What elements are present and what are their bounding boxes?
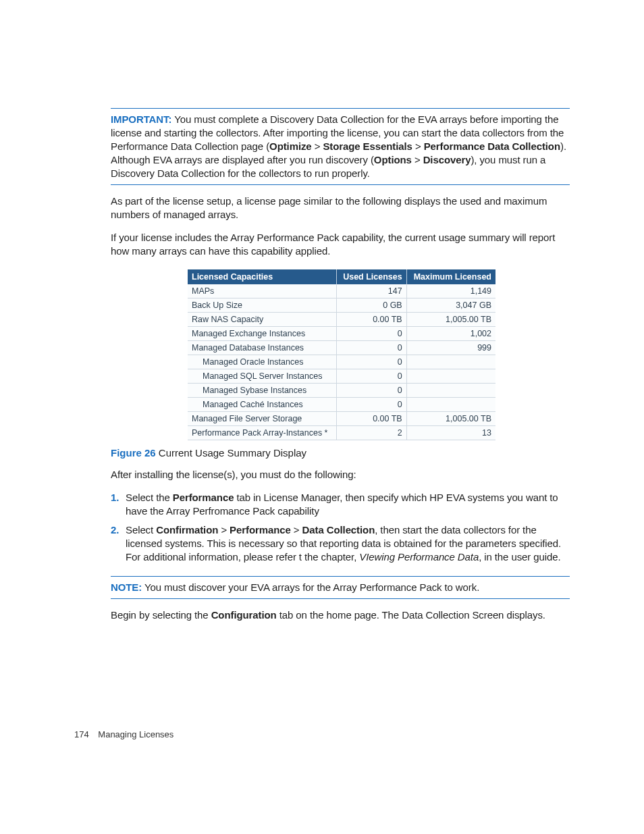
cell: Managed Exchange Instances (188, 327, 337, 341)
table-row: Managed Database Instances0999 (188, 341, 495, 355)
paragraph: After installing the license(s), you mus… (111, 468, 570, 481)
cell: 1,002 (406, 327, 495, 341)
page-footer: 174 Managing Licenses (74, 729, 173, 739)
paragraph: As part of the license setup, a license … (111, 194, 570, 221)
table-row: Managed Sybase Instances0 (188, 384, 495, 398)
list-item: Select Confirmation > Performance > Data… (111, 523, 570, 564)
table-row: Managed Oracle Instances0 (188, 355, 495, 369)
table-row: MAPs1471,149 (188, 284, 495, 298)
table-row: Raw NAS Capacity0.00 TB1,005.00 TB (188, 313, 495, 327)
cell: 0 (337, 384, 407, 398)
important-label: IMPORTANT: (111, 113, 171, 125)
cell (406, 355, 495, 369)
cell: Managed Sybase Instances (188, 384, 337, 398)
section-title: Managing Licenses (98, 729, 173, 739)
cell (406, 384, 495, 398)
callout-rule-bottom (111, 184, 570, 185)
cell: 0 (337, 369, 407, 384)
document-page: IMPORTANT: You must complete a Discovery… (0, 0, 644, 834)
cell (406, 398, 495, 412)
table-header-row: Licensed Capacities Used Licenses Maximu… (188, 269, 495, 284)
cell: Performance Pack Array-Instances * (188, 426, 337, 440)
cell: Managed SQL Server Instances (188, 369, 337, 384)
cell: 1,005.00 TB (406, 313, 495, 327)
cell: 0 (337, 398, 407, 412)
cell: 0 (337, 341, 407, 355)
note-text: You must discover your EVA arrays for th… (144, 581, 479, 593)
cell: 1,149 (406, 284, 495, 298)
cell: Managed Caché Instances (188, 398, 337, 412)
cell: 1,005.00 TB (406, 412, 495, 426)
cell (406, 369, 495, 384)
table-row: Performance Pack Array-Instances *213 (188, 426, 495, 440)
cell: 0.00 TB (337, 412, 407, 426)
cell: MAPs (188, 284, 337, 298)
table-row: Managed Caché Instances0 (188, 398, 495, 412)
col-header: Used Licenses (337, 269, 407, 284)
cell: 3,047 GB (406, 298, 495, 313)
figure-caption: Figure 26 Current Usage Summary Display (111, 447, 570, 459)
important-callout: IMPORTANT: You must complete a Discovery… (111, 109, 570, 184)
note-label: NOTE: (111, 581, 142, 593)
cell: Managed Database Instances (188, 341, 337, 355)
cell: 0.00 TB (337, 313, 407, 327)
cell: 999 (406, 341, 495, 355)
cell: Managed Oracle Instances (188, 355, 337, 369)
table-row: Managed Exchange Instances01,002 (188, 327, 495, 341)
cell: 147 (337, 284, 407, 298)
steps-list: Select the Performance tab in License Ma… (111, 491, 570, 564)
cell: 2 (337, 426, 407, 440)
cell: Back Up Size (188, 298, 337, 313)
figure-caption-text: Current Usage Summary Display (159, 447, 306, 459)
important-text: You must complete a Discovery Data Colle… (111, 113, 566, 179)
note-callout: NOTE: You must discover your EVA arrays … (111, 577, 570, 598)
col-header: Licensed Capacities (188, 269, 337, 284)
license-table: Licensed Capacities Used Licenses Maximu… (188, 269, 495, 440)
list-item: Select the Performance tab in License Ma… (111, 491, 570, 518)
cell: Managed File Server Storage (188, 412, 337, 426)
paragraph: Begin by selecting the Configuration tab… (111, 608, 570, 622)
cell: 0 (337, 327, 407, 341)
figure-label: Figure 26 (111, 447, 156, 459)
paragraph: If your license includes the Array Perfo… (111, 231, 570, 258)
col-header: Maximum Licensed (406, 269, 495, 284)
cell: 13 (406, 426, 495, 440)
table-row: Managed SQL Server Instances0 (188, 369, 495, 384)
table-row: Managed File Server Storage0.00 TB1,005.… (188, 412, 495, 426)
page-number: 174 (74, 729, 89, 739)
table-row: Back Up Size0 GB3,047 GB (188, 298, 495, 313)
cell: 0 GB (337, 298, 407, 313)
callout-rule-bottom (111, 598, 570, 599)
cell: 0 (337, 355, 407, 369)
cell: Raw NAS Capacity (188, 313, 337, 327)
